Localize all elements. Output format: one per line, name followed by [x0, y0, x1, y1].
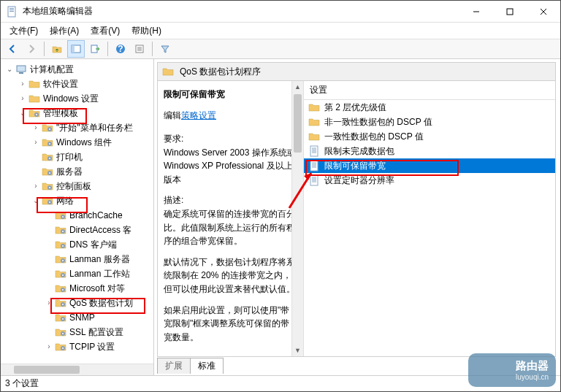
- toolbar: ?: [1, 39, 560, 59]
- svg-point-50: [62, 333, 64, 334]
- properties-button[interactable]: [131, 40, 148, 58]
- tree-item[interactable]: ·DNS 客户端: [1, 237, 153, 252]
- svg-text:?: ?: [118, 44, 123, 54]
- setting-row[interactable]: 非一致性数据包的 DSCP 值: [304, 115, 555, 129]
- window-controls: [459, 1, 560, 23]
- svg-rect-5: [507, 9, 513, 15]
- setting-label: 非一致性数据包的 DSCP 值: [324, 116, 432, 128]
- maximize-button[interactable]: [493, 1, 527, 23]
- tree-item[interactable]: ›Windows 组件: [1, 135, 153, 150]
- setting-row[interactable]: 一致性数据包的 DSCP 值: [304, 129, 555, 144]
- settings-header[interactable]: 设置: [304, 81, 555, 100]
- setting-row[interactable]: 限制未完成数据包: [304, 144, 555, 158]
- menu-file[interactable]: 文件(F): [5, 23, 42, 39]
- svg-rect-17: [17, 66, 26, 72]
- tree-item[interactable]: ·SNMP: [1, 310, 153, 325]
- tree-label: 服务器: [56, 166, 83, 178]
- tree-item[interactable]: ·打印机: [1, 150, 153, 164]
- svg-point-46: [62, 304, 64, 305]
- tree-label: SNMP: [69, 312, 95, 323]
- tree-item[interactable]: ⌄计算机配置: [1, 62, 153, 77]
- tree-item[interactable]: ›"开始"菜单和任务栏: [1, 120, 153, 135]
- folder-icon: [162, 66, 174, 77]
- menu-action[interactable]: 操作(A): [45, 23, 83, 39]
- tree-label: DNS 客户端: [69, 239, 117, 251]
- settings-list[interactable]: 第 2 层优先级值非一致性数据包的 DSCP 值一致性数据包的 DSCP 值限制…: [304, 100, 555, 356]
- svg-rect-2: [9, 9, 14, 10]
- up-button[interactable]: [48, 40, 66, 58]
- svg-point-42: [62, 274, 64, 276]
- filter-button[interactable]: [156, 40, 174, 58]
- detail-vscroll[interactable]: ▲▼: [291, 81, 303, 356]
- edit-policy-link[interactable]: 策略设置: [181, 110, 216, 120]
- tree-item[interactable]: ·Microsoft 对等: [1, 281, 153, 296]
- setting-label: 限制未完成数据包: [324, 145, 394, 158]
- svg-point-20: [36, 114, 37, 115]
- svg-point-30: [49, 187, 50, 188]
- svg-point-32: [49, 201, 50, 203]
- svg-point-52: [62, 347, 64, 349]
- detail-column: 限制可保留带宽 编辑策略设置 要求:Windows Server 2003 操作…: [158, 81, 304, 356]
- svg-point-24: [49, 143, 50, 145]
- tree-label: 网络: [56, 195, 74, 207]
- tree-item[interactable]: ·服务器: [1, 164, 153, 179]
- tree-label: TCPIP 设置: [69, 341, 115, 353]
- tree-pane[interactable]: ⌄计算机配置›软件设置›Windows 设置⌄管理模板›"开始"菜单和任务栏›W…: [1, 59, 154, 375]
- status-text: 3 个设置: [5, 377, 39, 390]
- setting-label: 一致性数据包的 DSCP 值: [324, 131, 424, 143]
- svg-rect-9: [72, 45, 75, 53]
- tree-item[interactable]: ⌄网络: [1, 193, 153, 208]
- tree-label: 管理模板: [43, 107, 78, 120]
- svg-point-44: [62, 289, 64, 291]
- tree-item[interactable]: ⌄管理模板: [1, 106, 153, 120]
- tree-label: 计算机配置: [30, 64, 74, 76]
- setting-row[interactable]: 第 2 层优先级值: [304, 100, 555, 115]
- svg-point-36: [62, 231, 64, 232]
- setting-label: 设置定时器分辨率: [324, 174, 394, 187]
- window-title: 本地组策略编辑器: [23, 5, 459, 18]
- minimize-button[interactable]: [459, 1, 493, 23]
- content-header: QoS 数据包计划程序: [157, 62, 556, 81]
- close-button[interactable]: [527, 1, 560, 23]
- forward-button[interactable]: [23, 40, 40, 58]
- svg-point-34: [62, 216, 64, 218]
- tree-item[interactable]: ›控制面板: [1, 179, 153, 193]
- svg-rect-3: [9, 11, 14, 12]
- tree-label: Lanman 工作站: [69, 268, 130, 280]
- help-button[interactable]: ?: [112, 40, 129, 58]
- back-button[interactable]: [4, 40, 21, 58]
- tree-item[interactable]: ·DirectAccess 客: [1, 223, 153, 237]
- tree-item[interactable]: ·Lanman 工作站: [1, 266, 153, 281]
- tree-item[interactable]: ›QoS 数据包计划: [1, 296, 153, 310]
- setting-row[interactable]: 设置定时器分辨率: [304, 173, 555, 188]
- menu-help[interactable]: 帮助(H): [127, 23, 166, 39]
- tree-item[interactable]: ›软件设置: [1, 77, 153, 91]
- content-header-text: QoS 数据包计划程序: [180, 66, 261, 78]
- tree-label: QoS 数据包计划: [69, 297, 133, 310]
- tree-label: Microsoft 对等: [69, 283, 125, 295]
- svg-point-48: [62, 318, 64, 320]
- tree-label: 软件设置: [43, 78, 78, 91]
- tree-item[interactable]: ›Windows 设置: [1, 91, 153, 106]
- setting-row[interactable]: 限制可保留带宽: [304, 158, 555, 173]
- tree-label: BranchCache: [69, 210, 123, 220]
- menu-view[interactable]: 查看(V): [86, 23, 124, 39]
- tab-standard[interactable]: 标准: [190, 358, 224, 374]
- menubar: 文件(F) 操作(A) 查看(V) 帮助(H): [1, 23, 560, 39]
- policy-title: 限制可保留带宽: [164, 88, 296, 101]
- tree-item[interactable]: ·SSL 配置设置: [1, 325, 153, 339]
- show-hide-tree-button[interactable]: [67, 40, 85, 58]
- setting-label: 第 2 层优先级值: [324, 101, 386, 114]
- export-button[interactable]: [86, 40, 104, 58]
- tree-item[interactable]: ›TCPIP 设置: [1, 339, 153, 354]
- titlebar: 本地组策略编辑器: [1, 1, 560, 23]
- tab-extend[interactable]: 扩展: [157, 358, 191, 374]
- tree-label: "开始"菜单和任务栏: [56, 122, 133, 134]
- tree-item[interactable]: ·Lanman 服务器: [1, 252, 153, 266]
- svg-rect-18: [19, 72, 23, 74]
- statusbar: 3 个设置: [1, 375, 560, 391]
- svg-point-40: [62, 260, 64, 261]
- svg-point-26: [49, 158, 50, 159]
- tree-hscroll[interactable]: [1, 364, 153, 375]
- tree-item[interactable]: ·BranchCache: [1, 208, 153, 223]
